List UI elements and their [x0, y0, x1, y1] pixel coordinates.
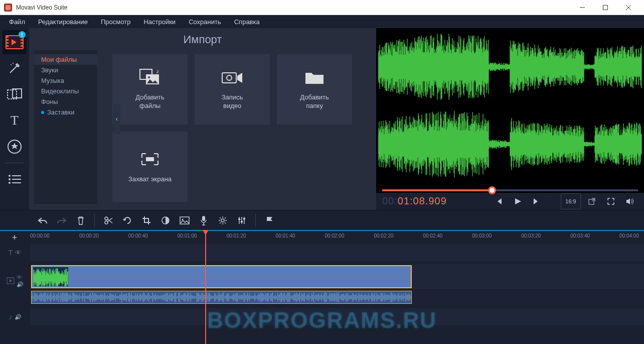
menu-настройки[interactable]: Настройки	[137, 16, 182, 28]
svg-point-13	[9, 182, 11, 184]
ruler-tick: 00:03:00	[472, 233, 492, 239]
svg-point-23	[105, 217, 108, 220]
volume-button[interactable]	[622, 193, 638, 209]
video-clip[interactable]	[31, 265, 412, 288]
menu-редактирование[interactable]: Редактирование	[32, 16, 94, 28]
prev-frame-button[interactable]	[491, 193, 507, 209]
category-item[interactable]: Мои файлы	[34, 54, 97, 65]
svg-point-17	[148, 76, 150, 78]
media-icon: ♪	[139, 68, 161, 86]
preview-panel: 00:01:08.909 16:9	[376, 28, 644, 210]
fullscreen-button[interactable]	[603, 193, 619, 209]
audio-clip[interactable]	[31, 291, 412, 304]
minimize-button[interactable]	[571, 0, 594, 15]
aspect-ratio-button[interactable]: 16:9	[561, 193, 581, 209]
linked-audio-lane[interactable]	[30, 290, 644, 304]
equalizer-button[interactable]	[233, 212, 250, 229]
close-button[interactable]	[617, 0, 640, 15]
maximize-button[interactable]	[594, 0, 617, 15]
ruler-tick: 00:00:20	[79, 233, 99, 239]
ruler-tick: 00:00:40	[128, 233, 148, 239]
ruler-tick: 00:03:20	[521, 233, 541, 239]
next-frame-button[interactable]	[529, 193, 545, 209]
timeline-toolbar	[0, 210, 644, 230]
more-tool[interactable]	[3, 167, 27, 191]
undo-button[interactable]	[34, 212, 51, 229]
svg-rect-28	[202, 216, 205, 221]
play-button[interactable]	[510, 193, 526, 209]
category-item[interactable]: Видеоклипы	[34, 86, 97, 96]
import-panel: Импорт Мои файлыЗвукиМузыкаВидеоклипыФон…	[29, 28, 376, 210]
rotate-button[interactable]	[119, 212, 136, 229]
svg-rect-21	[146, 157, 154, 161]
add-files-tile[interactable]: ♪Добавить файлы	[112, 54, 188, 125]
capture-icon	[139, 150, 161, 168]
color-button[interactable]	[157, 212, 174, 229]
crop-button[interactable]	[138, 212, 155, 229]
transitions-tool[interactable]	[3, 82, 27, 106]
svg-point-29	[221, 219, 224, 222]
timeline-ruler[interactable]: + 00:00:0000:00:2000:00:4000:01:0000:01:…	[0, 231, 644, 244]
svg-point-5	[13, 63, 14, 64]
marker-button[interactable]	[261, 212, 278, 229]
folder-icon	[303, 68, 326, 86]
category-item[interactable]: Звуки	[34, 65, 97, 75]
svg-text:♪: ♪	[156, 68, 159, 75]
menubar: ФайлРедактированиеПросмотрНастройкиСохра…	[0, 15, 644, 28]
menu-справка[interactable]: Справка	[228, 16, 266, 28]
ruler-tick: 00:02:20	[374, 233, 393, 239]
screen-capture-tile[interactable]: Захват экрана	[112, 132, 188, 202]
ruler-tick: 00:04:00	[619, 233, 639, 239]
svg-rect-31	[241, 221, 243, 222]
category-item[interactable]: Музыка	[34, 75, 97, 86]
menu-просмотр[interactable]: Просмотр	[95, 16, 136, 28]
filters-tool[interactable]	[3, 56, 27, 80]
category-item[interactable]: Заставки	[34, 107, 97, 118]
svg-point-20	[227, 75, 232, 80]
svg-point-4	[11, 64, 12, 65]
camera-icon	[221, 68, 243, 86]
titles-tool[interactable]: T	[3, 108, 27, 133]
import-categories: Мои файлыЗвукиМузыкаВидеоклипыФоныЗастав…	[34, 50, 97, 204]
window-title: Movavi Video Suite	[16, 4, 571, 11]
svg-rect-30	[238, 218, 240, 220]
audio-track-lane[interactable]	[30, 308, 644, 325]
svg-rect-1	[603, 5, 608, 10]
stickers-tool[interactable]	[3, 135, 27, 159]
video-track-head[interactable]: 👁🔊	[0, 264, 30, 297]
waveform-preview[interactable]	[376, 28, 644, 183]
ruler-tick: 00:00:00	[30, 233, 50, 239]
redo-button[interactable]	[53, 212, 70, 229]
menu-сохранить[interactable]: Сохранить	[183, 16, 227, 28]
import-tiles: ♪Добавить файлыЗапись видеоДобавить папк…	[97, 28, 376, 210]
timeline: + 00:00:0000:00:2000:00:4000:01:0000:01:…	[0, 230, 644, 344]
category-item[interactable]: Фоны	[34, 96, 97, 107]
app-logo-icon	[4, 4, 12, 12]
collapse-categories-button[interactable]: ‹	[113, 104, 120, 134]
video-track-lane[interactable]	[30, 264, 644, 289]
record-audio-button[interactable]	[195, 212, 212, 229]
image-button[interactable]	[176, 212, 193, 229]
seek-slider[interactable]	[382, 186, 638, 193]
svg-point-11	[9, 178, 11, 180]
menu-файл[interactable]: Файл	[3, 16, 31, 28]
ruler-tick: 00:01:20	[227, 233, 246, 239]
titles-track-lane[interactable]	[30, 244, 644, 261]
add-folder-tile[interactable]: Добавить папку	[277, 54, 352, 125]
ruler-tick: 00:02:40	[423, 233, 442, 239]
svg-point-24	[105, 221, 108, 224]
titles-track-head[interactable]: T👁	[0, 244, 30, 261]
popout-button[interactable]	[584, 193, 600, 209]
titlebar: Movavi Video Suite	[0, 0, 644, 15]
audio-track-head[interactable]: ♪🔊	[0, 308, 30, 325]
svg-point-9	[9, 175, 11, 177]
add-track-button[interactable]: +	[7, 232, 22, 243]
ruler-tick: 00:02:00	[325, 233, 345, 239]
left-toolbar: !T	[0, 28, 29, 210]
delete-button[interactable]	[72, 212, 89, 229]
import-tool[interactable]: !	[3, 30, 27, 54]
playhead[interactable]	[205, 231, 206, 344]
record-video-tile[interactable]: Запись видео	[195, 54, 270, 125]
split-button[interactable]	[100, 212, 117, 229]
clip-props-button[interactable]	[214, 212, 231, 229]
